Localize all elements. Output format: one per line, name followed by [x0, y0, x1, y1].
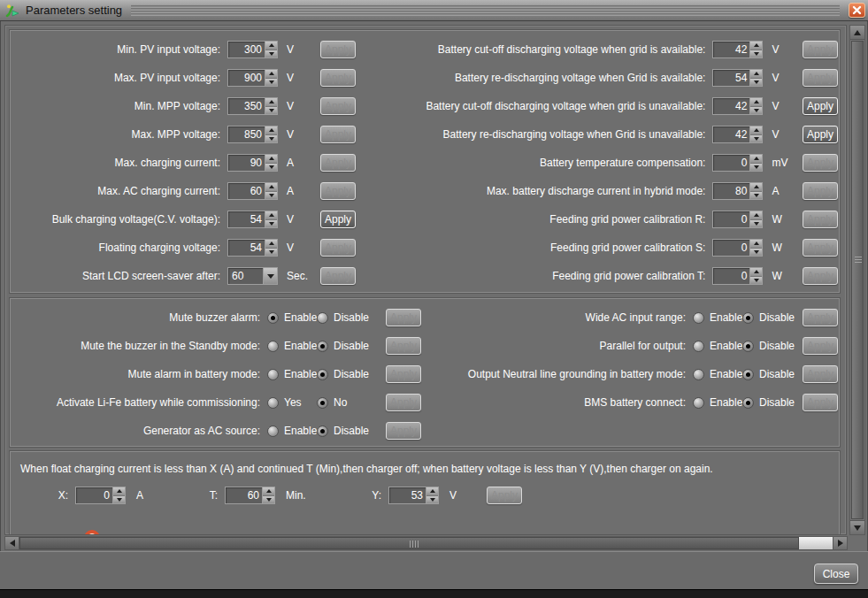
scroll-up-icon[interactable] — [850, 26, 864, 40]
spin-up-icon[interactable] — [426, 487, 438, 496]
apply-button[interactable]: Apply — [803, 239, 838, 257]
spin-down-icon[interactable] — [750, 277, 762, 285]
apply-button[interactable]: Apply — [803, 97, 838, 115]
spin-up-icon[interactable] — [265, 98, 277, 107]
spin-up-icon[interactable] — [750, 98, 762, 107]
scroll-right-icon[interactable] — [833, 537, 847, 549]
horizontal-scrollbar[interactable] — [4, 536, 848, 550]
scroll-down-icon[interactable] — [850, 520, 864, 534]
radio-enable[interactable] — [693, 369, 704, 380]
apply-button[interactable]: Apply — [320, 69, 356, 87]
spin-down-icon[interactable] — [265, 164, 277, 172]
apply-button[interactable]: Apply — [487, 487, 522, 504]
apply-button[interactable]: Apply — [320, 154, 356, 172]
spin-up-icon[interactable] — [113, 487, 125, 496]
spin-up-icon[interactable] — [750, 268, 762, 277]
spin-down-icon[interactable] — [750, 220, 762, 228]
spin-down-icon[interactable] — [265, 249, 277, 257]
value-spinner[interactable]: 54 — [227, 211, 278, 228]
vertical-scrollbar[interactable] — [849, 25, 865, 535]
spin-down-icon[interactable] — [750, 164, 762, 172]
spin-down-icon[interactable] — [750, 135, 762, 143]
apply-button[interactable]: Apply — [803, 154, 838, 172]
apply-button[interactable]: Apply — [320, 97, 356, 115]
apply-button[interactable]: Apply — [320, 41, 356, 58]
apply-button[interactable]: Apply — [803, 337, 838, 355]
vertical-scrollbar-thumb[interactable] — [851, 41, 864, 519]
close-button[interactable]: Close — [814, 564, 858, 584]
scroll-left-icon[interactable] — [5, 537, 19, 549]
value-spinner[interactable]: 300 — [227, 41, 278, 58]
spin-down-icon[interactable] — [750, 50, 762, 58]
apply-button[interactable]: Apply — [320, 182, 356, 200]
value-spinner[interactable]: 0 — [712, 154, 763, 172]
spin-up-icon[interactable] — [750, 211, 762, 220]
value-spinner[interactable]: 80 — [712, 182, 763, 200]
value-spinner[interactable]: 900 — [227, 69, 278, 87]
close-icon[interactable] — [849, 3, 865, 18]
value-spinner[interactable]: 54 — [712, 69, 763, 87]
radio-disable[interactable] — [742, 312, 754, 324]
apply-button[interactable]: Apply — [803, 365, 838, 383]
value-spinner[interactable]: 0 — [712, 239, 763, 257]
spin-down-icon[interactable] — [426, 496, 438, 504]
spin-down-icon[interactable] — [263, 496, 274, 504]
spin-down-icon[interactable] — [265, 79, 277, 87]
spin-up-icon[interactable] — [265, 42, 277, 50]
radio-disable[interactable] — [317, 341, 328, 352]
spin-up-icon[interactable] — [750, 155, 762, 164]
value-spinner[interactable]: 850 — [227, 126, 278, 143]
radio-enable[interactable] — [693, 341, 704, 352]
radio-enable[interactable] — [693, 312, 704, 324]
spin-down-icon[interactable] — [265, 220, 277, 228]
value-spinner[interactable]: 0 — [712, 267, 763, 285]
spin-up-icon[interactable] — [265, 70, 277, 79]
value-spinner[interactable]: 42 — [712, 126, 763, 143]
spin-down-icon[interactable] — [265, 192, 277, 200]
radio-no[interactable] — [317, 397, 328, 409]
apply-button[interactable]: Apply — [386, 309, 421, 326]
value-spinner[interactable]: 54 — [227, 239, 278, 257]
spin-down-icon[interactable] — [265, 135, 277, 143]
value-spinner[interactable]: 90 — [227, 154, 278, 172]
radio-enable[interactable] — [267, 426, 279, 437]
apply-button[interactable]: Apply — [803, 182, 838, 200]
apply-button[interactable]: Apply — [320, 126, 356, 143]
apply-button[interactable]: Apply — [320, 239, 356, 257]
radio-enable[interactable] — [693, 397, 704, 409]
spin-up-icon[interactable] — [263, 487, 274, 496]
apply-button[interactable]: Apply — [803, 41, 838, 58]
value-spinner[interactable]: 42 — [712, 97, 763, 115]
apply-button[interactable]: Apply — [803, 126, 838, 143]
spin-down-icon[interactable] — [113, 496, 125, 504]
titlebar[interactable]: Parameters setting — [0, 0, 868, 21]
spin-up-icon[interactable] — [265, 240, 277, 249]
spin-up-icon[interactable] — [750, 183, 762, 192]
spin-up-icon[interactable] — [750, 70, 762, 79]
spin-up-icon[interactable] — [265, 211, 277, 220]
spin-down-icon[interactable] — [750, 107, 762, 115]
radio-disable[interactable] — [742, 397, 754, 409]
radio-disable[interactable] — [317, 369, 328, 380]
spin-down-icon[interactable] — [750, 192, 762, 200]
radio-disable[interactable] — [742, 341, 754, 352]
apply-button[interactable]: Apply — [803, 69, 838, 87]
value-spinner[interactable]: 350 — [227, 97, 278, 115]
apply-button[interactable]: Apply — [386, 422, 421, 440]
spin-down-icon[interactable] — [265, 107, 277, 115]
spin-up-icon[interactable] — [750, 240, 762, 249]
chevron-down-icon[interactable] — [263, 268, 277, 284]
value-spinner[interactable]: 42 — [712, 41, 763, 58]
horizontal-scrollbar-thumb[interactable] — [19, 537, 799, 549]
radio-disable[interactable] — [317, 426, 328, 437]
spin-down-icon[interactable] — [750, 79, 762, 87]
radio-enable[interactable] — [267, 312, 279, 324]
apply-button[interactable]: Apply — [320, 211, 356, 228]
value-spinner[interactable]: 60 — [225, 487, 275, 504]
apply-button[interactable]: Apply — [386, 394, 421, 411]
spin-up-icon[interactable] — [265, 126, 277, 135]
apply-button[interactable]: Apply — [320, 267, 356, 285]
spin-down-icon[interactable] — [750, 249, 762, 257]
radio-disable[interactable] — [742, 369, 754, 380]
value-spinner[interactable]: 0 — [75, 487, 126, 504]
